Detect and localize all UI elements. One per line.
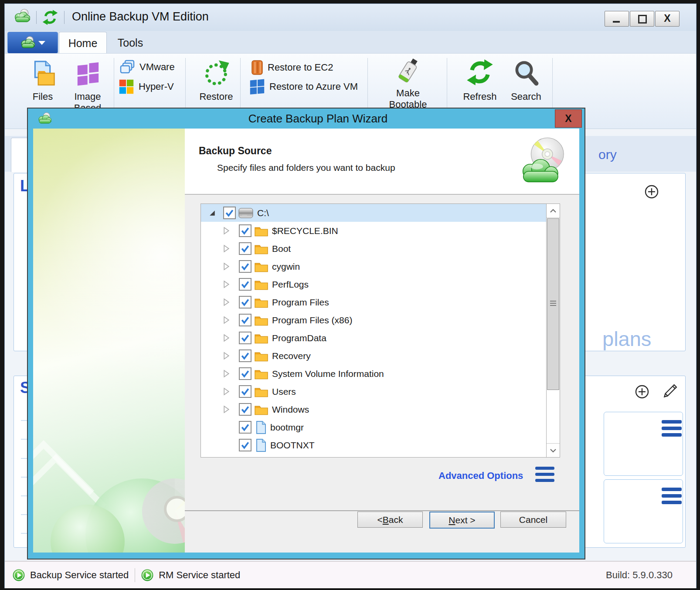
status-separator [135, 568, 135, 582]
tree-row[interactable]: Program Files (x86) [201, 311, 547, 329]
tree-row[interactable]: cygwin [201, 258, 547, 275]
checkbox[interactable] [239, 332, 251, 344]
cancel-button[interactable]: Cancel [500, 512, 566, 528]
tree-item-label: ProgramData [272, 333, 326, 343]
ribbon-hyperv-button[interactable]: Hyper-V [118, 79, 174, 95]
tree-row[interactable]: System Volume Information [201, 365, 547, 383]
maximize-button[interactable] [630, 11, 654, 27]
ribbon-vmware-button[interactable]: VMware [120, 60, 175, 75]
close-button[interactable]: X [655, 11, 680, 27]
tree-item-label: Windows [272, 404, 309, 415]
checkbox[interactable] [239, 403, 251, 416]
tree-item-label: bootmgr [270, 422, 304, 433]
tree-row[interactable]: ProgramData [201, 329, 547, 347]
wizard-titlebar: Create Backup Plan Wizard X [28, 109, 584, 129]
collapse-arrow-icon[interactable] [209, 208, 216, 217]
menu-icon[interactable] [662, 420, 682, 440]
wizard-step-subheading: Specify files and folders you want to ba… [217, 163, 395, 173]
tree-scrollbar[interactable] [546, 204, 560, 457]
azure-windows-icon [249, 79, 265, 95]
checkbox[interactable] [239, 367, 251, 380]
titlebar-separator [64, 11, 65, 24]
tab-home[interactable]: Home [59, 32, 107, 54]
expand-arrow-icon[interactable] [223, 244, 230, 253]
tree-row[interactable]: $RECYCLE.BIN [201, 222, 547, 240]
drive-icon [238, 207, 253, 219]
folder-icon [255, 279, 268, 290]
tree-item-label: BOOTNXT [270, 440, 315, 451]
checkbox[interactable] [239, 439, 251, 451]
next-button[interactable]: Next > [429, 512, 495, 529]
restore-icon [203, 59, 230, 87]
ribbon-restore-ec2-button[interactable]: Restore to EC2 [251, 60, 333, 75]
checkbox[interactable] [239, 421, 251, 434]
expand-arrow-icon[interactable] [223, 351, 230, 360]
checkbox[interactable] [239, 385, 251, 398]
minimize-button[interactable] [605, 11, 629, 27]
tree-item-label: PerfLogs [272, 279, 309, 290]
scroll-up-button[interactable] [547, 204, 560, 218]
tree-row[interactable]: Program Files [201, 293, 547, 311]
scroll-thumb[interactable] [547, 218, 559, 390]
checkbox[interactable] [239, 349, 251, 362]
close-x-icon: X [565, 113, 571, 125]
wizard-body: C:\ $RECYCLE.BIN [185, 195, 579, 553]
expand-arrow-icon[interactable] [223, 387, 230, 396]
ribbon-restore-azure-button[interactable]: Restore to Azure VM [249, 79, 358, 95]
tree-item-label: Program Files (x86) [272, 315, 352, 326]
checkbox[interactable] [239, 278, 251, 291]
checkbox[interactable] [239, 314, 251, 326]
checkbox[interactable] [239, 242, 251, 255]
tree-row-root[interactable]: C:\ [201, 204, 547, 222]
expand-arrow-icon[interactable] [223, 226, 230, 235]
scroll-down-button[interactable] [547, 443, 560, 457]
status-service2: RM Service started [159, 570, 240, 581]
tree-row[interactable]: Windows [201, 400, 547, 418]
expand-arrow-icon[interactable] [223, 405, 230, 414]
tree-item-label: cygwin [272, 261, 300, 272]
app-menu-button[interactable] [7, 32, 58, 54]
app-cloud-icon [14, 8, 30, 24]
folder-icon [255, 315, 268, 326]
checkbox[interactable] [239, 296, 251, 309]
quick-refresh-icon[interactable] [42, 10, 58, 25]
checkbox[interactable] [223, 207, 236, 219]
background-plan-card [604, 479, 683, 543]
tree-row[interactable]: PerfLogs [201, 275, 547, 293]
expand-arrow-icon[interactable] [223, 262, 230, 271]
expand-arrow-icon[interactable] [223, 298, 230, 307]
wizard-side-art [33, 129, 185, 553]
back-button[interactable]: < Back [357, 512, 423, 528]
ec2-icon [251, 60, 264, 75]
tree-row[interactable]: Boot [201, 240, 547, 258]
search-icon [513, 60, 539, 86]
chevron-down-icon [550, 448, 557, 453]
tree-item-label: Program Files [272, 297, 329, 308]
expand-arrow-icon[interactable] [223, 280, 230, 289]
wizard-title: Create Backup Plan Wizard [51, 112, 584, 125]
menu-icon[interactable] [662, 488, 682, 507]
tab-tools[interactable]: Tools [108, 32, 153, 54]
tree-row[interactable]: bootmgr [201, 418, 547, 436]
header-cloud-cd-icon [520, 136, 567, 186]
expand-arrow-icon[interactable] [223, 333, 230, 342]
expand-arrow-icon[interactable] [223, 369, 230, 378]
expand-arrow-icon[interactable] [223, 315, 230, 325]
advanced-options-menu-icon[interactable] [535, 467, 554, 485]
tree-row[interactable]: Recovery [201, 347, 547, 365]
close-icon: X [656, 11, 679, 25]
backup-source-tree: C:\ $RECYCLE.BIN [200, 203, 560, 458]
add-icon[interactable] [635, 385, 649, 399]
tree-item-label: Recovery [272, 351, 311, 361]
advanced-options-link[interactable]: Advanced Options [438, 470, 523, 481]
chevron-down-icon [38, 41, 45, 45]
edit-pencil-icon[interactable] [662, 384, 677, 400]
tree-item-label: $RECYCLE.BIN [272, 226, 338, 236]
chevron-up-icon [550, 209, 557, 213]
wizard-close-button[interactable]: X [555, 109, 582, 128]
checkbox[interactable] [239, 260, 251, 273]
add-icon[interactable] [645, 185, 659, 199]
tree-row[interactable]: BOOTNXT [201, 436, 547, 454]
tree-row[interactable]: Users [201, 383, 547, 400]
checkbox[interactable] [239, 224, 251, 237]
